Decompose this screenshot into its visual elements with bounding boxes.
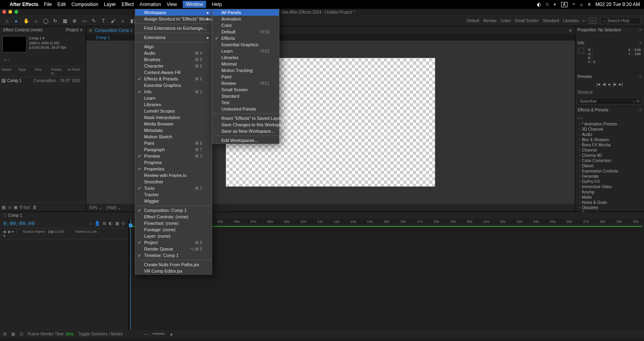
menu-item[interactable]: Animation [213, 16, 279, 22]
interpret-icon[interactable]: ▦ [2, 205, 6, 210]
preset-item[interactable]: GoPro FX [575, 179, 644, 184]
comp-thumbnail[interactable] [2, 36, 27, 52]
selection-tool-icon[interactable]: ▸ [13, 17, 20, 25]
bpc-toggle[interactable]: 8 bpc [20, 205, 31, 210]
tray-icon[interactable]: ⎍ [546, 2, 549, 7]
col-in[interactable]: In Point [68, 68, 84, 76]
notification-icon[interactable]: ▭ [589, 18, 597, 24]
toggle-switches-button[interactable]: Toggle Switches / Modes [78, 332, 123, 336]
menu-item[interactable]: Paint [213, 74, 279, 80]
menu-item[interactable]: Save Changes to this Workspace [213, 121, 279, 128]
menu-item[interactable]: Libraries [213, 54, 279, 61]
panel-menu-icon[interactable]: ≡ [639, 108, 642, 112]
panel-menu-icon[interactable]: ≡ [569, 28, 572, 33]
tl-shy-icon[interactable]: 👤 [95, 221, 100, 226]
trash-icon[interactable]: 🗑 [33, 205, 37, 210]
preset-item[interactable]: Blur & Sharpen [575, 137, 644, 142]
preset-item[interactable]: Distort [575, 163, 644, 168]
project-tab[interactable]: Project [66, 28, 78, 32]
panel-menu-icon[interactable]: ≡ [639, 28, 642, 32]
timecode-display[interactable]: 0;00;00;00 [3, 220, 35, 226]
zoom-tool-icon[interactable]: ⌕ [32, 17, 39, 25]
menu-effect[interactable]: Effect [122, 2, 134, 7]
workspace-libraries[interactable]: Libraries [563, 18, 578, 23]
clock[interactable]: M02 20 Tue 9:20 AM [595, 2, 640, 7]
pan-behind-tool-icon[interactable]: ⊕ [71, 17, 78, 25]
search-icon[interactable]: ⌕ [580, 2, 583, 7]
bluetooth-icon[interactable]: ⌖ [553, 2, 556, 7]
menu-window[interactable]: Window [183, 1, 206, 8]
clone-tool-icon[interactable]: ⟐ [119, 17, 126, 25]
properties-panel-title[interactable]: Properties: No Selection [578, 28, 621, 32]
menu-item[interactable]: Standard [213, 93, 279, 99]
text-tool-icon[interactable]: T [100, 17, 107, 25]
comp-tab-main[interactable]: Composition Comp 1 [95, 28, 132, 33]
menu-layer[interactable]: Layer [104, 2, 116, 7]
camera-tool-icon[interactable]: ▦ [61, 17, 68, 25]
status-icon[interactable]: ⊞ [3, 332, 6, 336]
col-fps[interactable]: Frame R... [51, 68, 68, 76]
wifi-icon[interactable]: ⌔ [572, 2, 575, 7]
workspace-small[interactable]: Small Screen [515, 18, 539, 23]
menu-item[interactable]: Reset "Effects" to Saved Layout [213, 115, 279, 121]
workspace-standard[interactable]: Standard [543, 18, 559, 23]
menu-item[interactable]: Learn⇧F12 [213, 48, 279, 54]
timeline-tab[interactable]: Comp 1 [8, 213, 22, 218]
menu-composition[interactable]: Composition [71, 2, 98, 7]
menu-item[interactable]: Progress [135, 159, 212, 166]
menu-item[interactable]: Flowchart: (none) [135, 220, 212, 226]
menu-item[interactable]: All Panels [213, 9, 279, 16]
preset-item[interactable]: Generate [575, 174, 644, 179]
menu-animation[interactable]: Animation [140, 2, 161, 7]
menu-item[interactable]: Metadata [135, 127, 212, 134]
menu-item[interactable]: Essential Graphics [213, 41, 279, 48]
menu-item[interactable]: Paragraph⌘ 7 [135, 146, 212, 153]
menu-item[interactable]: Learn [135, 95, 212, 101]
project-item-row[interactable]: Comp 1 Composition 29.97 0;00 [0, 77, 86, 84]
preset-item[interactable]: Cinema 4D [575, 153, 644, 158]
preset-item[interactable]: Matte [575, 195, 644, 200]
menu-item[interactable]: Save as New Workspace... [213, 128, 279, 134]
menu-item[interactable]: Brushes⌘ 9 [135, 56, 212, 63]
menu-item[interactable]: ✓Info⌘ 2 [135, 88, 212, 95]
play-icon[interactable]: ▸ [609, 82, 611, 87]
playhead[interactable] [130, 219, 131, 330]
project-search-icon[interactable]: ⌕▾ [4, 57, 10, 62]
status-icon[interactable]: ▦ [11, 332, 15, 336]
maximize-icon[interactable] [14, 10, 18, 14]
zoom-out-icon[interactable]: — [144, 332, 148, 336]
next-frame-icon[interactable]: |▸ [613, 82, 617, 87]
menu-item[interactable]: Small Screen [213, 86, 279, 93]
tl-fx-icon[interactable]: ⊞ [103, 221, 106, 226]
menu-item[interactable]: Smoother [135, 179, 212, 185]
window-controls[interactable] [2, 10, 18, 14]
menu-item[interactable]: Essential Graphics [135, 82, 212, 88]
menu-item[interactable]: Audio⌘ 4 [135, 50, 212, 56]
menu-item[interactable]: Undocked Panels [213, 106, 279, 112]
menu-item[interactable]: Media Browser [135, 121, 212, 127]
tl-mb-icon[interactable]: ◐ [109, 221, 113, 226]
workspace-default[interactable]: Default [466, 18, 479, 23]
menu-item[interactable]: Layer: (none) [135, 233, 212, 239]
preset-search-icon[interactable]: ⌕▾ [578, 115, 583, 120]
hand-tool-icon[interactable]: ✋ [23, 17, 30, 25]
minimize-icon[interactable] [8, 10, 12, 14]
home-icon[interactable]: ⌂ [3, 17, 10, 25]
preset-item[interactable]: Obsolete [575, 205, 644, 210]
menu-item[interactable]: Lumetri Scopes [135, 108, 212, 114]
first-frame-icon[interactable]: |◂ [597, 82, 600, 87]
preset-item[interactable]: Channel [575, 148, 644, 153]
zoom-dropdown[interactable]: 50% ⌄ [89, 205, 102, 210]
tray-icon[interactable]: ◐ [537, 2, 541, 7]
col-size[interactable]: Size [35, 68, 51, 76]
comp-color-icon[interactable] [3, 213, 6, 216]
preset-item[interactable]: Keying [575, 189, 644, 195]
menu-item[interactable]: Create Nulls From Paths.jsx [135, 261, 212, 268]
menu-file[interactable]: File [44, 2, 52, 7]
menu-item[interactable]: Libraries [135, 101, 212, 108]
menu-item[interactable]: Render Queue⌥⌘ 0 [135, 246, 212, 252]
menu-item[interactable]: Review with Frame.io [135, 172, 212, 179]
menu-item[interactable]: Align [135, 43, 212, 50]
col-name[interactable]: Name [2, 68, 18, 76]
menu-item[interactable]: ✓Effects & Presets⌘ 5 [135, 76, 212, 82]
